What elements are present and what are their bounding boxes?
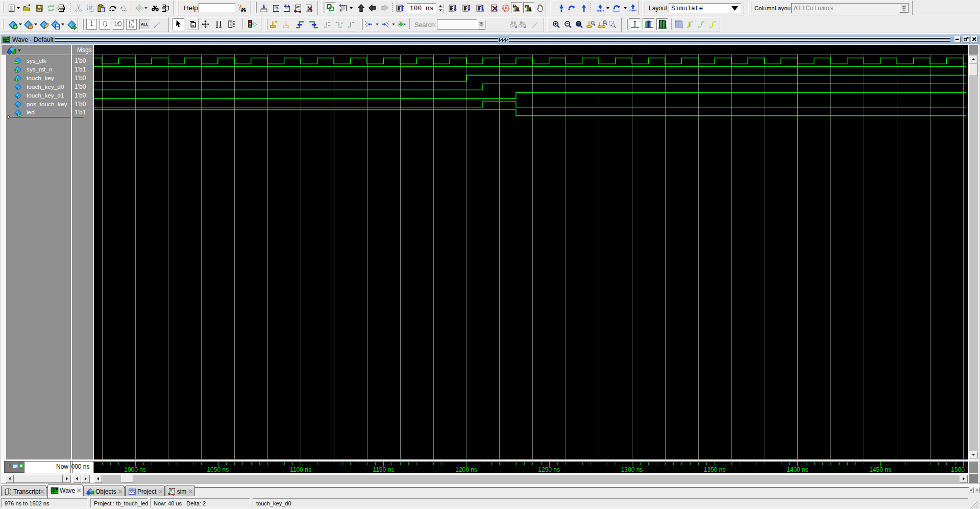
svg-text:1000 ns: 1000 ns — [124, 466, 146, 473]
svg-text:1300 ns: 1300 ns — [621, 466, 643, 473]
svg-text:1050 ns: 1050 ns — [207, 466, 229, 473]
svg-text:1250 ns: 1250 ns — [538, 466, 560, 473]
svg-text:1400 ns: 1400 ns — [787, 466, 808, 473]
svg-text:1200 ns: 1200 ns — [455, 466, 477, 473]
svg-text:1100 ns: 1100 ns — [290, 466, 311, 473]
svg-text:1350 ns: 1350 ns — [704, 466, 726, 473]
svg-text:1450 ns: 1450 ns — [869, 466, 891, 473]
svg-text:1150 ns: 1150 ns — [373, 466, 394, 473]
svg-text:1500: 1500 — [951, 466, 965, 473]
